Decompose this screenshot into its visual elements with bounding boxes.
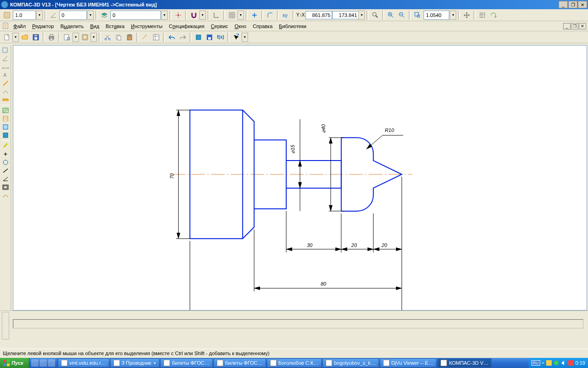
dropdown-icon[interactable]: ▼ bbox=[12, 33, 19, 42]
task-item[interactable]: билеты ФГОС… bbox=[214, 358, 266, 368]
menu-tools[interactable]: Инструменты bbox=[128, 22, 166, 30]
dropdown-icon[interactable]: ▼ bbox=[73, 33, 79, 42]
point-tool-icon[interactable] bbox=[1, 150, 10, 158]
menu-file[interactable]: Файл bbox=[10, 22, 29, 30]
task-item[interactable]: vmt.vstu.edu.r… bbox=[58, 358, 109, 368]
circle-tool-icon[interactable] bbox=[1, 158, 10, 167]
task-item[interactable]: 3 Проводник▼ bbox=[110, 358, 159, 368]
insert-tool-icon[interactable] bbox=[1, 131, 10, 139]
redo-icon[interactable] bbox=[178, 32, 188, 42]
system-tray[interactable]: RU « 0:19 bbox=[529, 358, 588, 368]
dropdown-icon[interactable]: ▼ bbox=[358, 11, 365, 20]
menu-insert[interactable]: Вставка bbox=[102, 22, 128, 30]
grid-icon[interactable] bbox=[227, 10, 237, 20]
tray-icon[interactable] bbox=[568, 360, 574, 366]
zoom-input[interactable] bbox=[424, 11, 449, 20]
dropdown-icon[interactable]: ▼ bbox=[237, 11, 244, 20]
ql-icon[interactable] bbox=[48, 359, 55, 367]
refresh-icon[interactable] bbox=[488, 10, 498, 20]
spec-tool-icon[interactable] bbox=[1, 115, 10, 123]
preview-icon[interactable] bbox=[62, 32, 72, 42]
rebuild-icon[interactable] bbox=[477, 10, 487, 20]
pan-icon[interactable] bbox=[462, 10, 472, 20]
tray-icon[interactable] bbox=[554, 360, 559, 366]
task-item[interactable]: билеты ФГОС… bbox=[160, 358, 213, 368]
vars-icon[interactable] bbox=[151, 32, 161, 42]
help-icon[interactable]: ? bbox=[231, 32, 241, 42]
save-icon[interactable] bbox=[31, 32, 41, 42]
task-item[interactable]: bogolyubov_s_k… bbox=[322, 358, 379, 368]
new-icon[interactable] bbox=[2, 32, 12, 42]
magnet-icon[interactable] bbox=[189, 10, 199, 20]
zoom-out-icon[interactable] bbox=[397, 10, 407, 20]
paste-icon[interactable] bbox=[124, 32, 135, 42]
clock[interactable]: 0:19 bbox=[576, 360, 585, 366]
layer-input[interactable] bbox=[110, 11, 161, 20]
text-tool-icon[interactable]: A bbox=[1, 71, 10, 79]
grid-step-icon[interactable] bbox=[2, 10, 12, 20]
report-tool-icon[interactable] bbox=[1, 123, 10, 131]
print-icon[interactable] bbox=[46, 32, 57, 42]
edit-tool-icon[interactable] bbox=[1, 79, 10, 87]
layer-icon[interactable] bbox=[99, 10, 109, 20]
undo-icon[interactable] bbox=[167, 32, 177, 42]
dim-tool-icon[interactable] bbox=[1, 63, 10, 71]
drawing-canvas[interactable]: 70 ⌀40 ⌀15 R10 30 20 20 80 12 bbox=[13, 45, 587, 310]
menu-help[interactable]: Справка bbox=[249, 22, 276, 30]
menu-editor[interactable]: Редактор bbox=[29, 22, 57, 30]
lang-indicator[interactable]: RU bbox=[531, 360, 540, 366]
frame-tool-icon[interactable] bbox=[1, 183, 10, 191]
ortho-icon[interactable] bbox=[249, 10, 260, 20]
mdi-close-button[interactable]: ✕ bbox=[579, 23, 586, 29]
param-tool-icon[interactable] bbox=[1, 87, 10, 96]
minimize-button[interactable]: _ bbox=[559, 1, 568, 8]
step-input-1[interactable] bbox=[13, 11, 36, 20]
tray-icon[interactable] bbox=[546, 360, 552, 366]
start-button[interactable]: Пуск bbox=[0, 358, 29, 368]
task-item-active[interactable]: КОМПАС-3D V… bbox=[437, 358, 492, 368]
angle-tool-icon[interactable] bbox=[1, 175, 10, 183]
lib-icon[interactable] bbox=[193, 32, 204, 42]
coord-icon[interactable] bbox=[211, 10, 221, 20]
dropdown-icon[interactable]: ▼ bbox=[242, 33, 248, 42]
ql-icon[interactable] bbox=[31, 359, 39, 367]
fx-icon[interactable]: f(x) bbox=[215, 32, 226, 42]
open-icon[interactable] bbox=[20, 32, 30, 42]
measure-tool-icon[interactable] bbox=[1, 96, 10, 104]
command-input[interactable] bbox=[13, 319, 583, 328]
menu-window[interactable]: Окно bbox=[232, 22, 250, 30]
menu-service[interactable]: Сервис bbox=[208, 22, 232, 30]
other-tool-icon[interactable] bbox=[1, 191, 10, 200]
coord-y[interactable] bbox=[332, 11, 359, 19]
dropdown-icon[interactable]: ▼ bbox=[90, 33, 97, 42]
menu-spec[interactable]: Спецификация bbox=[166, 22, 208, 30]
hatch-tool-icon[interactable] bbox=[1, 106, 10, 115]
copy-icon[interactable] bbox=[113, 32, 124, 42]
menu-view[interactable]: Вид bbox=[87, 22, 102, 30]
geom-tool-icon[interactable] bbox=[1, 54, 10, 63]
zoom-in-icon[interactable] bbox=[386, 10, 396, 20]
task-item[interactable]: Боголюбов С.К… bbox=[267, 358, 322, 368]
line-tool-icon[interactable] bbox=[1, 167, 10, 175]
angle-step-icon[interactable] bbox=[48, 10, 58, 20]
save-lib-icon[interactable] bbox=[204, 32, 215, 42]
dropdown-icon[interactable]: ▼ bbox=[161, 11, 168, 20]
dropdown-icon[interactable]: ▼ bbox=[199, 11, 206, 20]
highlight-tool-icon[interactable] bbox=[1, 142, 10, 150]
param-icon[interactable]: xy bbox=[281, 10, 291, 20]
dropdown-icon[interactable]: ▼ bbox=[87, 11, 94, 20]
mdi-restore-button[interactable]: ❐ bbox=[571, 23, 578, 29]
mdi-doc-icon[interactable] bbox=[2, 22, 10, 30]
task-item[interactable]: DjVu Viewer -- E… bbox=[380, 358, 437, 368]
properties-icon[interactable] bbox=[140, 32, 150, 42]
dropdown-icon[interactable]: ▼ bbox=[36, 11, 43, 20]
zoom-window-icon[interactable] bbox=[413, 10, 423, 20]
volume-icon[interactable] bbox=[561, 360, 566, 366]
mdi-minimize-button[interactable]: _ bbox=[563, 23, 571, 29]
dropdown-icon[interactable]: ▼ bbox=[450, 11, 456, 20]
coord-x[interactable] bbox=[305, 11, 332, 19]
menu-select[interactable]: Выделить bbox=[57, 22, 87, 30]
close-button[interactable]: ✕ bbox=[578, 1, 587, 8]
zoom-fit-icon[interactable] bbox=[370, 10, 380, 20]
maximize-button[interactable]: ❐ bbox=[568, 1, 577, 8]
